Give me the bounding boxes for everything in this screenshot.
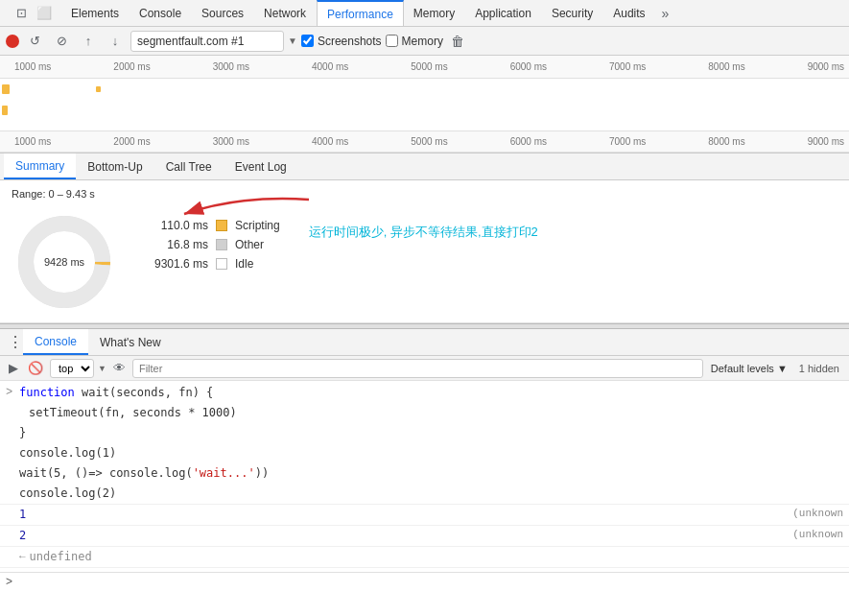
summary-content: 9428 ms 110.0 ms Scripting 16.8 ms Other… [12,209,837,315]
annotation-text: 运行时间极少, 异步不等待结果,直接打印2 [309,224,538,241]
source-ref-2: (unknown [792,527,843,543]
console-wait-line: wait(5, ()=> console.log('wait...')) [0,463,849,484]
devtools-tab-bar: ⊡ ⬜ Elements Console Sources Network Per… [0,0,849,27]
tab-application[interactable]: Application [465,0,542,26]
delete-icon[interactable]: 🗑 [451,34,464,49]
screenshots-checkbox-label[interactable]: Screenshots [301,35,382,48]
ruler-mark: 7000 ms [609,136,646,147]
console-tab-console[interactable]: Console [23,329,88,355]
url-dropdown-arrow[interactable]: ▼ [288,36,297,46]
upload-button[interactable]: ↑ [77,30,100,53]
console-menu-icon[interactable]: ⋮ [8,333,23,351]
legend-item-idle: 9301.6 ms Idle [146,257,280,271]
flame-bar-bottom [2,106,8,115]
console-output-1: 1 (unknown [0,504,849,525]
source-ref-1: (unknown [792,506,843,522]
subtab-summary[interactable]: Summary [4,154,76,179]
ruler-mark: 7000 ms [609,61,646,72]
memory-checkbox-label[interactable]: Memory [386,35,443,48]
code-wait: wait(5, ()=> console.log('wait...')) [19,464,269,482]
tab-memory[interactable]: Memory [404,0,465,26]
output-1: 1 [19,506,26,523]
annotation-container: 运行时间极少, 异步不等待结果,直接打印2 [309,209,538,241]
console-output-2: 2 (unknown [0,525,849,546]
keyword-function: function [19,386,75,399]
more-tabs-button[interactable]: » [656,6,675,21]
console-tab-whatsnew[interactable]: What's New [88,329,173,355]
execute-icon[interactable]: ▶ [6,361,21,375]
subtab-event-log[interactable]: Event Log [224,154,298,179]
console-output-wait: wait... (unknown [0,567,849,572]
performance-toolbar: ↺ ⊘ ↑ ↓ ▼ Screenshots Memory 🗑 [0,27,849,56]
subtab-call-tree[interactable]: Call Tree [154,154,224,179]
tab-sources[interactable]: Sources [192,0,254,26]
console-input-line: function wait(seconds, fn) { [0,383,849,403]
console-prompt-input[interactable] [16,575,843,588]
code-brace: } [19,424,26,441]
memory-checkbox[interactable] [386,35,398,47]
console-filter-input[interactable] [132,359,703,378]
ruler-mark: 4000 ms [312,61,348,72]
idle-color [216,258,227,270]
other-color [216,239,227,250]
code-settime: setTimeout(fn, seconds * 1000) [29,404,237,421]
flame-chart[interactable] [0,79,849,131]
back-arrow-icon: ← [19,549,26,565]
clear-console-icon[interactable]: 🚫 [25,361,46,375]
url-input[interactable] [130,31,284,52]
record-button[interactable] [6,35,19,48]
prompt-caret: > [6,575,12,588]
console-panel: ⋮ Console What's New ▶ 🚫 top ▼ 👁 Default… [0,329,849,590]
ruler-mark: 5000 ms [411,61,447,72]
tab-console[interactable]: Console [130,0,192,26]
download-button[interactable]: ↓ [104,30,127,53]
device-icon[interactable]: ⬜ [33,2,56,25]
tab-performance[interactable]: Performance [317,0,404,26]
red-arrow-svg [146,190,318,228]
context-select[interactable]: top [50,359,94,378]
summary-area: Range: 0 – 9.43 s 9428 ms 110.0 ms Scrip… [0,180,849,323]
cursor-icon[interactable]: ⊡ [10,2,33,25]
ruler-marks-bottom: 1000 ms 2000 ms 3000 ms 4000 ms 5000 ms … [10,136,849,147]
subtab-bottom-up[interactable]: Bottom-Up [76,154,153,179]
sub-tab-bar: Summary Bottom-Up Call Tree Event Log [0,154,849,180]
screenshots-checkbox[interactable] [301,35,314,47]
timeline-ruler-top: 1000 ms 2000 ms 3000 ms 4000 ms 5000 ms … [0,56,849,79]
ruler-mark: 8000 ms [708,61,744,72]
ruler-marks-top: 1000 ms 2000 ms 3000 ms 4000 ms 5000 ms … [10,61,849,72]
tab-audits[interactable]: Audits [603,0,655,26]
code-input: function wait(seconds, fn) { [19,384,213,401]
flame-bar [2,84,10,94]
other-ms: 16.8 ms [146,238,208,251]
eye-icon[interactable]: 👁 [110,361,129,375]
tab-network[interactable]: Network [254,0,317,26]
output-2: 2 [19,527,26,544]
ruler-mark: 8000 ms [708,136,744,147]
code-text: wait(seconds, fn) { [82,386,213,399]
idle-ms: 9301.6 ms [146,257,208,271]
ruler-mark: 5000 ms [411,136,447,147]
ruler-mark: 2000 ms [113,136,150,147]
other-label: Other [235,238,264,251]
clear-button[interactable]: ⊘ [50,30,73,53]
reload-button[interactable]: ↺ [23,30,46,53]
console-brace-line: } [0,423,849,443]
console-prompt-line[interactable]: > [0,572,849,590]
donut-label: 9428 ms [44,256,84,268]
default-levels-button[interactable]: Default levels ▼ [707,363,791,374]
code-log2: console.log(2) [19,485,116,502]
output-undefined: undefined [30,548,92,565]
console-toolbar: ▶ 🚫 top ▼ 👁 Default levels ▼ 1 hidden [0,356,849,381]
timeline-ruler-bottom: 1000 ms 2000 ms 3000 ms 4000 ms 5000 ms … [0,131,849,153]
tab-security[interactable]: Security [542,0,603,26]
tab-elements[interactable]: Elements [61,0,130,26]
console-tab-bar: ⋮ Console What's New [0,329,849,356]
devtools-icons: ⊡ ⬜ [4,2,61,25]
output-wait: wait... [19,569,68,572]
ruler-mark: 9000 ms [808,136,844,147]
source-ref-wait: (unknown [792,569,843,572]
ruler-mark: 1000 ms [14,136,51,147]
console-log2-line: console.log(2) [0,484,849,504]
console-output: function wait(seconds, fn) { setTimeout(… [0,381,849,572]
ruler-mark: 4000 ms [312,136,348,147]
